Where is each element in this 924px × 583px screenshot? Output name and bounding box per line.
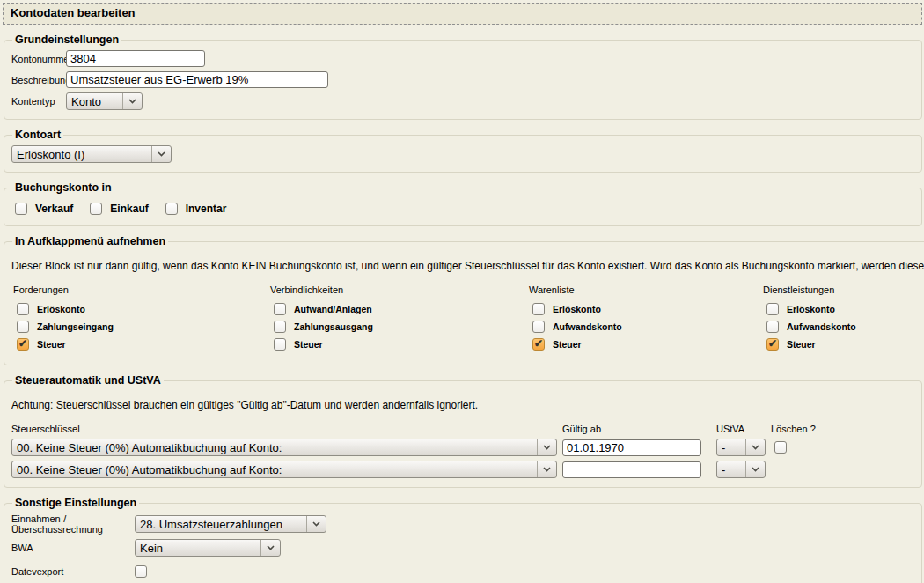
list-item: ✔ Erlöskonto <box>766 303 924 315</box>
forderungen-steuer-checkbox[interactable]: ✔ <box>17 338 29 351</box>
beschreibung-label: Beschreibung <box>11 75 66 85</box>
checkbox-label: Erlöskonto <box>787 304 835 314</box>
dienstleistungen-steuer-checkbox[interactable]: ✔ <box>766 338 779 351</box>
datevexport-row: Datevexport ✔ <box>11 561 914 582</box>
datevexport-checkbox[interactable]: ✔ <box>135 565 147 578</box>
euer-label: Einnahmen-/Überschussrechnung <box>11 513 135 535</box>
warenliste-erloeskonto-checkbox[interactable]: ✔ <box>532 303 545 315</box>
euer-select-value: 28. Umsatzsteuerzahlungen <box>136 518 306 531</box>
ustva-select-1[interactable]: - <box>716 439 766 456</box>
warenliste-aufwandskonto-checkbox[interactable]: ✔ <box>532 321 545 333</box>
section-steuerautomatik-legend: Steuerautomatik und UStVA <box>12 374 164 387</box>
verbindlichkeiten-steuer-checkbox[interactable]: ✔ <box>274 338 286 351</box>
group-verbindlichkeiten: Verbindlichkeiten ✔ Aufwand/Anlagen ✔ Za… <box>270 284 529 356</box>
list-item: ✔ Zahlungsausgang <box>274 321 529 333</box>
header-loeschen: Löschen ? <box>771 424 816 434</box>
list-item: ✔ Erlöskonto <box>532 303 763 315</box>
aufklappmenu-description: Dieser Block ist nur dann gültig, wenn d… <box>11 260 924 272</box>
ustva-select-2-value: - <box>717 463 745 476</box>
verkauf-checkbox[interactable]: ✔ <box>15 203 27 215</box>
chevron-down-icon <box>122 93 142 109</box>
inventar-checkbox[interactable]: ✔ <box>165 203 178 215</box>
group-forderungen-title: Forderungen <box>13 284 270 295</box>
chevron-down-icon <box>306 516 326 532</box>
check-icon: ✔ <box>18 338 27 349</box>
kontoart-select[interactable]: Erlöskonto (I) <box>11 145 172 163</box>
list-item: ✔ Zahlungseingang <box>17 321 270 333</box>
group-dienstleistungen-title: Dienstleistungen <box>763 284 924 295</box>
steuerschluessel-select-1[interactable]: 00. Keine Steuer (0%) Automatikbuchung a… <box>11 439 557 456</box>
kontentyp-row: Kontentyp Konto <box>11 92 914 110</box>
gueltig-ab-input-1[interactable] <box>562 439 701 456</box>
euer-row: Einnahmen-/Überschussrechnung 28. Umsatz… <box>11 513 914 535</box>
verbindlichkeiten-aufwand-anlagen-checkbox[interactable]: ✔ <box>274 303 286 315</box>
list-item: ✔ Aufwandskonto <box>532 321 763 333</box>
checkbox-label: Steuer <box>787 339 816 350</box>
section-steuerautomatik: Steuerautomatik und UStVA Achtung: Steue… <box>4 374 922 488</box>
kontodaten-page: Kontodaten bearbeiten Grundeinstellungen… <box>0 3 924 583</box>
list-item: ✔ Steuer <box>17 338 270 351</box>
list-item: ✔ Aufwand/Anlagen <box>274 303 529 315</box>
header-ustva: UStVA <box>716 424 771 434</box>
forderungen-zahlungseingang-checkbox[interactable]: ✔ <box>17 321 29 333</box>
forderungen-erloeskonto-checkbox[interactable]: ✔ <box>17 303 29 315</box>
bwa-select[interactable]: Kein <box>135 539 281 557</box>
kontentyp-label: Kontentyp <box>11 96 66 107</box>
section-sonstige-legend: Sonstige Einstellungen <box>12 497 139 509</box>
kontonummer-input[interactable] <box>66 50 205 67</box>
buchungskonto-checkbox-row: ✔ Verkauf ✔ Einkauf ✔ Inventar <box>15 203 914 215</box>
beschreibung-input[interactable] <box>66 71 328 88</box>
checkbox-label: Steuer <box>37 339 66 350</box>
datevexport-label: Datevexport <box>11 566 135 577</box>
kontoart-select-value: Erlöskonto (I) <box>12 148 151 161</box>
section-aufklappmenu: In Aufklappmenü aufnehmen Dieser Block i… <box>4 235 924 365</box>
dienstleistungen-erloeskonto-checkbox[interactable]: ✔ <box>766 303 779 315</box>
section-buchungskonto-legend: Buchungskonto in <box>12 181 114 194</box>
checkbox-label: Steuer <box>294 339 323 350</box>
einkauf-checkbox[interactable]: ✔ <box>90 203 102 215</box>
page-title: Kontodaten bearbeiten <box>3 3 922 25</box>
list-item: ✔ Steuer <box>532 338 763 351</box>
section-kontoart: Kontoart Erlöskonto (I) <box>4 129 922 173</box>
chevron-down-icon <box>745 461 765 477</box>
dienstleistungen-aufwandskonto-checkbox[interactable]: ✔ <box>766 321 779 333</box>
group-dienstleistungen: Dienstleistungen ✔ Erlöskonto ✔ Aufwands… <box>763 284 924 356</box>
verbindlichkeiten-zahlungsausgang-checkbox[interactable]: ✔ <box>274 321 286 333</box>
verkauf-checkbox-label: Verkauf <box>35 203 73 215</box>
chevron-down-icon <box>537 461 556 477</box>
group-warenliste: Warenliste ✔ Erlöskonto ✔ Aufwandskonto … <box>529 284 763 356</box>
list-item: ✔ Aufwandskonto <box>766 321 924 333</box>
kontentyp-select[interactable]: Konto <box>66 92 143 110</box>
checkbox-label: Aufwand/Anlagen <box>294 304 372 314</box>
bwa-label: BWA <box>11 542 135 553</box>
bwa-select-value: Kein <box>136 542 260 555</box>
bwa-row: BWA Kein <box>11 539 914 557</box>
einkauf-checkbox-label: Einkauf <box>110 203 148 215</box>
chevron-down-icon <box>151 146 171 162</box>
chevron-down-icon <box>745 439 765 455</box>
section-aufklappmenu-legend: In Aufklappmenü aufnehmen <box>12 235 168 247</box>
tax-table-header: Steuerschlüssel Gültig ab UStVA Löschen … <box>11 424 914 434</box>
kontonummer-row: Kontonummer <box>11 50 914 67</box>
steuerschluessel-select-2[interactable]: 00. Keine Steuer (0%) Automatikbuchung a… <box>11 461 557 478</box>
section-sonstige: Sonstige Einstellungen Einnahmen-/Übersc… <box>4 497 922 583</box>
warenliste-steuer-checkbox[interactable]: ✔ <box>532 338 545 351</box>
kontonummer-label: Kontonummer <box>11 54 66 64</box>
loeschen-checkbox-1[interactable]: ✔ <box>774 441 787 454</box>
section-buchungskonto: Buchungskonto in ✔ Verkauf ✔ Einkauf ✔ I… <box>4 181 922 226</box>
checkbox-label: Aufwandskonto <box>553 321 622 332</box>
gueltig-ab-input-2[interactable] <box>562 461 701 478</box>
table-row: 00. Keine Steuer (0%) Automatikbuchung a… <box>11 461 914 478</box>
check-icon: ✔ <box>768 338 777 349</box>
group-warenliste-title: Warenliste <box>529 284 763 295</box>
header-gueltig-ab: Gültig ab <box>562 424 716 434</box>
euer-select[interactable]: 28. Umsatzsteuerzahlungen <box>135 515 326 533</box>
ustva-select-2[interactable]: - <box>716 461 766 478</box>
section-grundeinstellungen: Grundeinstellungen Kontonummer Beschreib… <box>4 33 922 120</box>
section-kontoart-legend: Kontoart <box>12 129 63 141</box>
checkbox-label: Zahlungsausgang <box>294 321 373 332</box>
chevron-down-icon <box>537 439 556 455</box>
table-row: 00. Keine Steuer (0%) Automatikbuchung a… <box>11 439 914 456</box>
group-verbindlichkeiten-title: Verbindlichkeiten <box>270 284 529 295</box>
group-forderungen: Forderungen ✔ Erlöskonto ✔ Zahlungseinga… <box>13 284 270 356</box>
